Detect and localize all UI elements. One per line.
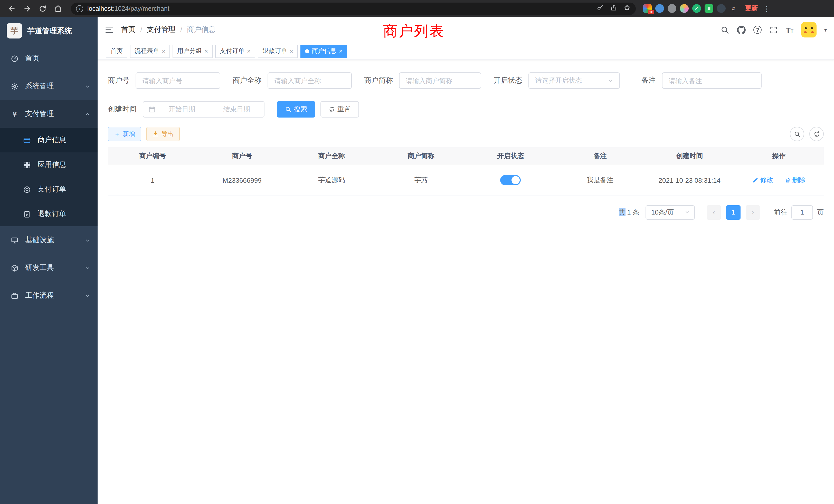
tab-pay-order[interactable]: 支付订单× bbox=[215, 44, 255, 58]
cell-id: 1 bbox=[108, 165, 197, 196]
extension-icon[interactable] bbox=[717, 4, 726, 13]
sidebar-item-devtools[interactable]: 研发工具 bbox=[0, 254, 97, 282]
sidebar-item-refund-order[interactable]: 退款订单 bbox=[0, 202, 97, 226]
goto-page-input[interactable] bbox=[791, 205, 813, 220]
short-name-label: 商户简称 bbox=[364, 76, 393, 85]
sidebar-item-workflow[interactable]: 工作流程 bbox=[0, 282, 97, 310]
document-icon bbox=[23, 210, 31, 218]
short-name-input[interactable] bbox=[399, 72, 481, 89]
sidebar-item-merchant-info[interactable]: 商户信息 bbox=[0, 128, 97, 153]
toggle-search-button[interactable] bbox=[790, 127, 804, 141]
refresh-table-button[interactable] bbox=[809, 127, 824, 141]
full-name-input[interactable] bbox=[267, 72, 352, 89]
reset-button[interactable]: 重置 bbox=[321, 101, 359, 117]
tab-home[interactable]: 首页 bbox=[106, 44, 127, 58]
avatar-caret-icon[interactable]: ▾ bbox=[824, 27, 827, 32]
merchant-no-input[interactable] bbox=[136, 72, 220, 89]
extension-icon[interactable]: 10 bbox=[643, 4, 652, 13]
cell-actions: 修改 删除 bbox=[734, 165, 824, 196]
status-label: 开启状态 bbox=[493, 76, 522, 85]
search-button[interactable]: 搜索 bbox=[277, 101, 315, 117]
help-icon[interactable]: ? bbox=[754, 26, 762, 34]
forward-icon[interactable] bbox=[21, 2, 34, 15]
site-info-icon[interactable]: i bbox=[76, 5, 83, 12]
tag-tabs-bar: 首页 流程表单× 用户分组× 支付订单× 退款订单× 商户信息× bbox=[97, 43, 834, 60]
full-name-label: 商户全称 bbox=[233, 76, 261, 85]
payment-submenu: 商户信息 应用信息 支付订单 退款订单 bbox=[0, 128, 97, 226]
github-icon[interactable] bbox=[737, 25, 746, 34]
pencil-icon bbox=[752, 177, 759, 183]
sidebar-logo[interactable]: 芋 芋道管理系统 bbox=[0, 17, 97, 45]
filter-row-1: 商户号 商户全称 商户简称 开启状态 请选择开启状态 bbox=[108, 72, 824, 89]
extension-icon[interactable] bbox=[680, 4, 689, 13]
fullscreen-icon[interactable] bbox=[770, 25, 778, 34]
add-button[interactable]: ＋ 新增 bbox=[108, 127, 141, 141]
dashboard-icon bbox=[10, 55, 19, 62]
chevron-down-icon bbox=[85, 237, 90, 243]
next-page-button[interactable]: › bbox=[746, 205, 760, 220]
refresh-icon bbox=[813, 131, 820, 137]
merchant-table: 商户编号 商户号 商户全称 商户简称 开启状态 备注 创建时间 操作 1 bbox=[108, 147, 824, 196]
sidebar-toggle-icon[interactable] bbox=[105, 25, 114, 35]
sidebar-item-system[interactable]: 系统管理 bbox=[0, 72, 97, 100]
col-merchant-no: 商户号 bbox=[197, 147, 287, 165]
user-avatar[interactable] bbox=[801, 22, 816, 38]
export-button[interactable]: 导出 bbox=[146, 127, 180, 141]
chevron-up-icon bbox=[85, 111, 90, 117]
close-icon[interactable]: × bbox=[290, 47, 293, 55]
date-range-picker[interactable]: 开始日期 - 结束日期 bbox=[143, 101, 264, 117]
extension-icon[interactable] bbox=[667, 4, 676, 13]
page-size-select[interactable]: 10条/页 bbox=[645, 205, 695, 220]
share-icon[interactable] bbox=[610, 4, 617, 13]
font-size-icon[interactable]: TT bbox=[786, 26, 793, 33]
browser-update-button[interactable]: 更新 bbox=[745, 4, 758, 13]
prev-page-button[interactable]: ‹ bbox=[707, 205, 721, 220]
col-status: 开启状态 bbox=[466, 147, 555, 165]
breadcrumb-payment[interactable]: 支付管理 bbox=[147, 25, 176, 35]
trash-icon bbox=[785, 177, 791, 183]
close-icon[interactable]: × bbox=[204, 47, 208, 55]
col-remark: 备注 bbox=[555, 147, 645, 165]
grid-icon bbox=[23, 161, 31, 168]
status-select[interactable]: 请选择开启状态 bbox=[528, 72, 620, 89]
cell-status bbox=[466, 165, 555, 196]
reload-icon[interactable] bbox=[36, 2, 49, 15]
cell-short-name: 芋艿 bbox=[376, 165, 466, 196]
bookmark-star-icon[interactable] bbox=[623, 4, 631, 13]
remark-input[interactable] bbox=[662, 72, 762, 89]
edit-link[interactable]: 修改 bbox=[752, 176, 773, 185]
tab-refund-order[interactable]: 退款订单× bbox=[258, 44, 298, 58]
col-create-time: 创建时间 bbox=[645, 147, 734, 165]
breadcrumb-home[interactable]: 首页 bbox=[121, 25, 136, 35]
extension-icons: 10 ✓ ≡ ☺ bbox=[643, 4, 738, 13]
close-icon[interactable]: × bbox=[247, 47, 250, 55]
back-icon[interactable] bbox=[5, 2, 19, 15]
status-toggle[interactable] bbox=[500, 175, 521, 185]
close-icon[interactable]: × bbox=[339, 47, 343, 55]
sidebar-item-home[interactable]: 首页 bbox=[0, 45, 97, 72]
close-icon[interactable]: × bbox=[162, 47, 166, 55]
extension-icon[interactable]: ✓ bbox=[692, 4, 701, 13]
search-icon[interactable] bbox=[721, 25, 729, 34]
sidebar-item-payment[interactable]: ¥ 支付管理 bbox=[0, 100, 97, 128]
delete-link[interactable]: 删除 bbox=[785, 176, 806, 185]
page-number-button[interactable]: 1 bbox=[726, 205, 741, 220]
sidebar-item-pay-order[interactable]: 支付订单 bbox=[0, 177, 97, 202]
tab-process-form[interactable]: 流程表单× bbox=[130, 44, 170, 58]
browser-home-icon[interactable] bbox=[51, 2, 65, 15]
extension-icon[interactable]: ≡ bbox=[705, 4, 713, 13]
tab-user-group[interactable]: 用户分组× bbox=[173, 44, 213, 58]
browser-menu-icon[interactable]: ⋮ bbox=[763, 4, 770, 13]
password-key-icon[interactable] bbox=[597, 4, 604, 13]
extension-icon[interactable] bbox=[655, 4, 664, 13]
tab-merchant-info[interactable]: 商户信息× bbox=[301, 44, 347, 58]
extension-icon[interactable]: ☺ bbox=[729, 4, 738, 13]
sidebar-item-infra[interactable]: 基础设施 bbox=[0, 226, 97, 254]
col-actions: 操作 bbox=[734, 147, 824, 165]
extension-badge: 10 bbox=[648, 10, 654, 14]
sidebar-item-app-info[interactable]: 应用信息 bbox=[0, 153, 97, 177]
address-bar[interactable]: i localhost:1024/pay/merchant bbox=[71, 2, 636, 15]
filter-row-2: 创建时间 开始日期 - 结束日期 搜索 重置 bbox=[108, 101, 824, 117]
end-date-placeholder: 结束日期 bbox=[214, 105, 259, 114]
box-icon bbox=[10, 264, 19, 272]
